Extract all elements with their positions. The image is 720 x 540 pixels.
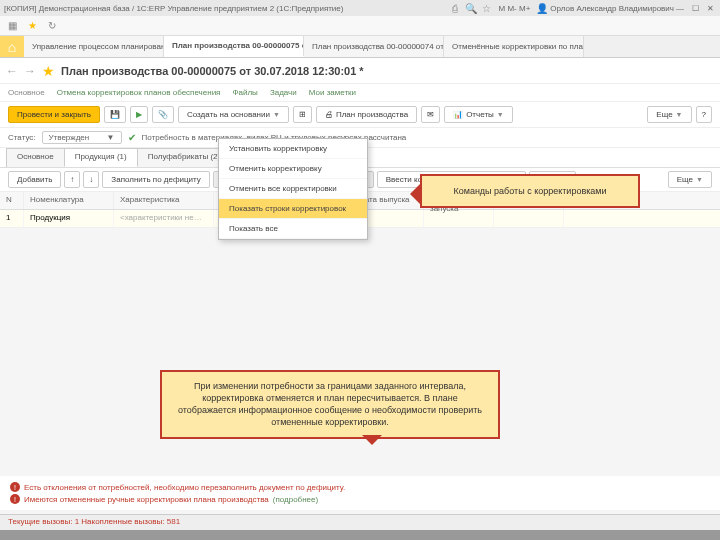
window-title: [КОПИЯ] Демонстрационная база / 1C:ERP У… <box>4 4 447 13</box>
tab-cancelled[interactable]: Отменённые корректировки по плану: Пла…✕ <box>444 36 584 57</box>
structure-button[interactable]: ⊞ <box>293 106 312 123</box>
tab-main[interactable]: Основное <box>6 148 65 167</box>
attach-button[interactable]: 📎 <box>152 106 174 123</box>
correction-dropdown: Установить корректировку Отменить коррек… <box>218 138 368 240</box>
tab-products[interactable]: Продукция (1) <box>64 148 138 167</box>
reports-button[interactable]: 📊 Отчеты▼ <box>444 106 513 123</box>
details-link[interactable]: (подробнее) <box>273 495 318 504</box>
bell-icon[interactable]: ☆ <box>479 0 495 16</box>
star-icon[interactable]: ★ <box>24 18 40 34</box>
mi-set-correction[interactable]: Установить корректировку <box>219 139 367 159</box>
taskbar <box>0 530 720 540</box>
col-nom: Номенклатура <box>24 192 114 209</box>
annotation-2: При изменении потребности за границами з… <box>160 370 500 439</box>
grid-icon[interactable]: ▦ <box>4 18 20 34</box>
plan-prod-button[interactable]: 🖨 План производства <box>316 106 417 123</box>
link-cancel-corr[interactable]: Отмена корректировок планов обеспечения <box>57 88 221 97</box>
tab-plan-74[interactable]: План производства 00-00000074 от 24.07.2… <box>304 36 444 57</box>
search-icon[interactable]: 🔍 <box>463 0 479 16</box>
fill-deficit-button[interactable]: Заполнить по дефициту <box>102 171 209 188</box>
tab-planning[interactable]: Управление процессом планирования✕ <box>24 36 164 57</box>
mail-button[interactable]: ✉ <box>421 106 440 123</box>
link-main[interactable]: Основное <box>8 88 45 97</box>
col-n: N <box>0 192 24 209</box>
forward-icon[interactable]: → <box>24 64 36 78</box>
save-button[interactable]: 💾 <box>104 106 126 123</box>
mi-show-all[interactable]: Показать все <box>219 219 367 239</box>
maximize-icon[interactable]: ☐ <box>689 2 701 14</box>
status-label: Статус: <box>8 133 36 142</box>
link-tasks[interactable]: Задачи <box>270 88 297 97</box>
page-title: План производства 00-00000075 от 30.07.2… <box>61 65 364 77</box>
check-icon: ✔ <box>128 132 136 143</box>
favorite-icon[interactable]: ★ <box>42 63 55 79</box>
home-tab[interactable]: ⌂ <box>0 36 24 57</box>
col-char: Характеристика <box>114 192 214 209</box>
more-button[interactable]: Еще▼ <box>647 106 691 123</box>
warn-2: Имеются отмененные ручные корректировки … <box>24 495 269 504</box>
up-button[interactable]: ↑ <box>64 171 80 188</box>
commit-close-button[interactable]: Провести и закрыть <box>8 106 100 123</box>
back-icon[interactable]: ← <box>6 64 18 78</box>
status-select[interactable]: Утвержден▼ <box>42 131 122 144</box>
down-button[interactable]: ↓ <box>83 171 99 188</box>
annotation-1: Команды работы с корректировками <box>420 174 640 208</box>
history-icon[interactable]: ↻ <box>44 18 60 34</box>
link-files[interactable]: Файлы <box>232 88 257 97</box>
user-name: Орлов Александр Владимирович <box>550 4 674 13</box>
warn-1: Есть отклонения от потребностей, необход… <box>24 483 345 492</box>
help-button[interactable]: ? <box>696 106 712 123</box>
mi-cancel-correction[interactable]: Отменить корректировку <box>219 159 367 179</box>
post-button[interactable]: ▶ <box>130 106 148 123</box>
close-icon[interactable]: ✕ <box>704 2 716 14</box>
print-icon[interactable]: ⎙ <box>447 0 463 16</box>
create-base-button[interactable]: Создать на основании▼ <box>178 106 289 123</box>
grid-more-button[interactable]: Еще▼ <box>668 171 712 188</box>
minimize-icon[interactable]: — <box>674 2 686 14</box>
user-icon: 👤 <box>534 0 550 16</box>
warn-icon: ! <box>10 482 20 492</box>
tab-plan-75[interactable]: План производства 00-00000075 от 30.07.2… <box>164 36 304 57</box>
link-notes[interactable]: Мои заметки <box>309 88 356 97</box>
mi-show-correction-rows[interactable]: Показать строки корректировок <box>219 199 367 219</box>
tab-semi[interactable]: Полуфабрикаты (2) <box>137 148 232 167</box>
warn-icon: ! <box>10 494 20 504</box>
add-button[interactable]: Добавить <box>8 171 61 188</box>
status-footer: Текущие вызовы: 1 Накопленные вызовы: 58… <box>0 514 720 530</box>
mi-cancel-all[interactable]: Отменить все корректировки <box>219 179 367 199</box>
